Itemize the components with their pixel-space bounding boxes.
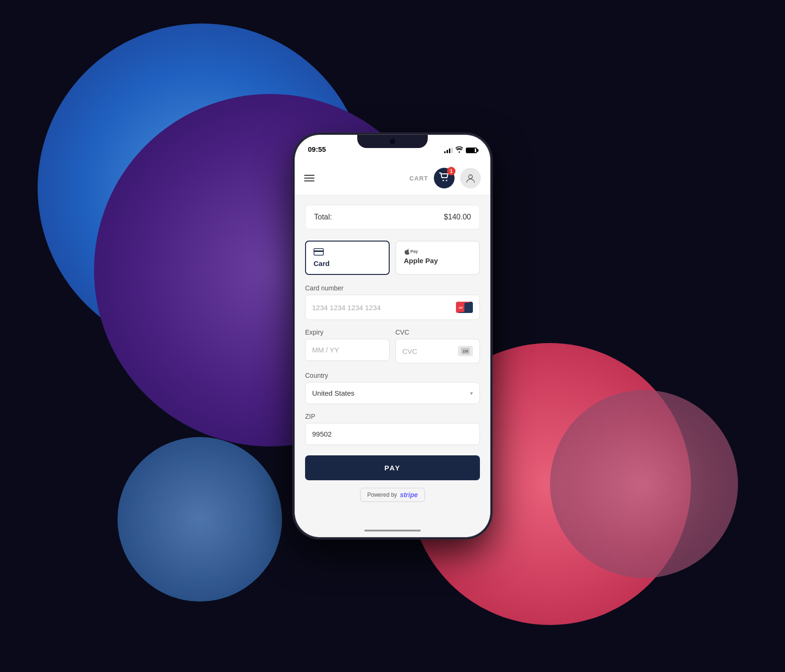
- home-bar[interactable]: [364, 530, 421, 531]
- pay-button[interactable]: PAY: [305, 455, 480, 480]
- country-label: Country: [305, 372, 480, 379]
- zip-label: ZIP: [305, 413, 480, 420]
- phone-frame-wrapper: 09:55: [294, 134, 491, 538]
- zip-field-group: ZIP 99502: [305, 413, 480, 445]
- status-time: 09:55: [308, 141, 326, 153]
- card-number-placeholder: 1234 1234 1234 1234: [312, 304, 381, 312]
- apple-pay-logo: Pay: [404, 248, 418, 255]
- payment-method-tabs: Card Pay Apple Pay: [305, 241, 480, 275]
- power-button: [490, 219, 491, 257]
- signal-icon: [444, 148, 453, 153]
- volume-down-button: [294, 264, 295, 292]
- card-number-label: Card number: [305, 284, 480, 292]
- svg-point-2: [469, 175, 472, 179]
- card-number-field-group: Card number 1234 1234 1234 1234 UP: [305, 284, 480, 320]
- cart-badge: 1: [447, 167, 455, 175]
- bg-blob-blue2: [118, 437, 282, 602]
- stripe-logo: stripe: [400, 491, 418, 499]
- payment-content: Total: $140.00 Card: [295, 195, 490, 526]
- cart-button[interactable]: 1: [434, 168, 455, 188]
- status-bar: 09:55: [295, 135, 490, 163]
- battery-icon: [466, 148, 477, 153]
- expiry-placeholder: MM / YY: [312, 346, 339, 354]
- mute-button: [294, 201, 295, 219]
- cart-area: CART 1: [409, 168, 481, 188]
- country-value: United States: [312, 389, 354, 397]
- cvc-placeholder: CVC: [402, 347, 417, 355]
- country-dropdown[interactable]: United States ▾: [305, 382, 480, 404]
- front-camera: [390, 139, 395, 144]
- expiry-field-group: Expiry MM / YY: [305, 328, 390, 363]
- expiry-cvc-row: Expiry MM / YY CVC CVC 135: [305, 328, 480, 372]
- card-tab-label: Card: [314, 259, 330, 267]
- svg-rect-6: [464, 303, 472, 312]
- apple-pay-tab-label: Apple Pay: [404, 257, 438, 265]
- zip-input[interactable]: 99502: [305, 423, 480, 445]
- card-number-input[interactable]: 1234 1234 1234 1234 UP: [305, 295, 480, 320]
- total-amount: $140.00: [444, 213, 471, 221]
- user-account-button[interactable]: [460, 168, 481, 188]
- svg-point-0: [443, 180, 444, 181]
- cvc-label: CVC: [395, 328, 480, 336]
- total-row: Total: $140.00: [305, 205, 480, 229]
- volume-up-button: [294, 229, 295, 257]
- wifi-icon: [455, 146, 463, 154]
- stripe-badge: Powered by stripe: [360, 488, 425, 502]
- app-header: CART 1: [295, 163, 490, 195]
- unionpay-icon: UP: [456, 302, 473, 313]
- cvc-field-group: CVC CVC 135: [395, 328, 480, 363]
- expiry-label: Expiry: [305, 328, 390, 336]
- status-icons: [444, 141, 477, 154]
- svg-text:UP: UP: [459, 306, 463, 309]
- chevron-down-icon: ▾: [470, 390, 473, 397]
- card-tab[interactable]: Card: [305, 241, 390, 275]
- battery-fill: [467, 148, 475, 152]
- apple-pay-tab[interactable]: Pay Apple Pay: [395, 241, 480, 275]
- svg-rect-4: [314, 250, 323, 252]
- phone-screen: 09:55: [295, 135, 490, 537]
- country-field-group: Country United States ▾: [305, 372, 480, 404]
- cart-label: CART: [409, 175, 428, 182]
- expiry-input[interactable]: MM / YY: [305, 339, 390, 361]
- hamburger-menu-button[interactable]: [304, 175, 314, 181]
- home-indicator-area: [295, 526, 490, 537]
- phone-frame: 09:55: [294, 134, 491, 538]
- credit-card-icon: [314, 248, 324, 258]
- stripe-powered-label: Powered by: [367, 492, 397, 498]
- cart-icon: [439, 172, 449, 184]
- cvc-input[interactable]: CVC 135: [395, 339, 480, 363]
- notch: [357, 135, 428, 148]
- bg-blob-pink2: [550, 390, 738, 578]
- cvc-icon: 135: [458, 346, 473, 356]
- stripe-footer: Powered by stripe: [305, 488, 480, 502]
- svg-point-1: [446, 180, 447, 181]
- zip-value: 99502: [312, 430, 332, 438]
- total-label: Total:: [314, 213, 332, 221]
